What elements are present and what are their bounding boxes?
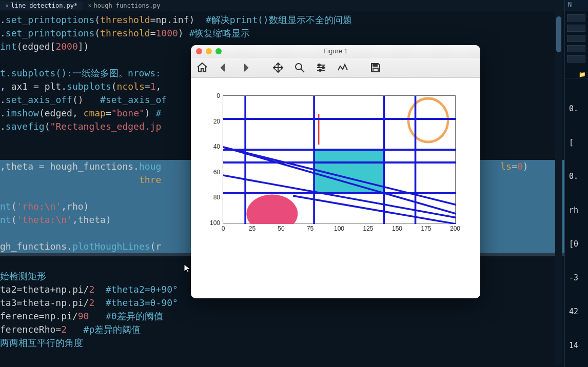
x-tick: 125	[363, 223, 373, 232]
x-tick: 200	[450, 223, 460, 232]
x-tick: 50	[278, 223, 284, 232]
tab-line-detection[interactable]: × line_detection.py*	[0, 1, 83, 10]
x-tick: 0	[222, 223, 225, 232]
scrollbar-thumb[interactable]	[556, 16, 561, 52]
window-titlebar[interactable]: Figure 1	[191, 45, 480, 57]
panel-item-icon[interactable]	[567, 14, 585, 22]
window-title: Figure 1	[191, 47, 480, 55]
panel-item-icon[interactable]	[567, 45, 585, 52]
zoom-icon[interactable]	[292, 60, 307, 75]
variable-explorer-panel: N 📁 0. [ 0. rh [0 -3 42 14 th [- -1 -1 1…	[564, 0, 588, 367]
figure-toolbar	[191, 57, 480, 78]
close-icon[interactable]: ×	[88, 2, 91, 9]
svg-point-2	[322, 67, 324, 69]
save-icon[interactable]	[368, 60, 383, 75]
svg-point-8	[408, 98, 448, 142]
y-tick: 0	[217, 92, 223, 99]
matplotlib-canvas[interactable]: 0 20 40 60 80 100 0 25 50 75 100 125 150…	[191, 78, 480, 298]
configure-icon[interactable]	[314, 60, 328, 75]
svg-point-0	[296, 64, 302, 70]
y-tick: 20	[213, 118, 223, 125]
close-icon[interactable]: ×	[5, 2, 9, 9]
home-icon[interactable]	[195, 60, 209, 75]
back-icon[interactable]	[217, 60, 231, 75]
editor-tab-bar: × line_detection.py* × hough_functions.p…	[0, 0, 588, 11]
panel-header: N	[565, 0, 588, 11]
pan-icon[interactable]	[271, 60, 285, 75]
matplotlib-figure-window[interactable]: Figure 1	[191, 45, 480, 298]
svg-line-21	[293, 196, 456, 224]
svg-point-1	[318, 64, 320, 66]
variable-values: 0. [ 0. rh [0 -3 42 14 th [- -1 -1 1. [0…	[565, 78, 588, 367]
x-tick: 75	[307, 223, 313, 232]
panel-item-icon[interactable]	[567, 25, 585, 32]
tab-label: line_detection.py*	[11, 2, 77, 9]
x-tick: 175	[421, 223, 431, 232]
edit-icon[interactable]	[336, 60, 350, 75]
editor-scrollbar[interactable]	[555, 11, 562, 365]
panel-item-icon[interactable]	[567, 35, 585, 42]
x-tick: 150	[392, 223, 402, 232]
svg-point-7	[246, 195, 298, 225]
plot-axes: 0 20 40 60 80 100 0 25 50 75 100 125 150…	[223, 95, 456, 223]
folder-icon[interactable]: 📁	[579, 71, 586, 77]
x-tick: 25	[249, 223, 256, 232]
panel-item-icon[interactable]	[567, 55, 585, 63]
svg-rect-4	[373, 64, 377, 66]
tab-label: hough_functions.py	[94, 2, 161, 9]
tab-hough-functions[interactable]: × hough_functions.py	[83, 1, 165, 10]
svg-point-3	[319, 69, 321, 71]
y-tick: 40	[213, 143, 223, 150]
forward-icon[interactable]	[238, 60, 252, 75]
y-tick: 60	[213, 169, 223, 176]
svg-rect-5	[373, 68, 378, 72]
x-tick: 100	[334, 223, 344, 232]
y-tick: 80	[213, 194, 223, 201]
